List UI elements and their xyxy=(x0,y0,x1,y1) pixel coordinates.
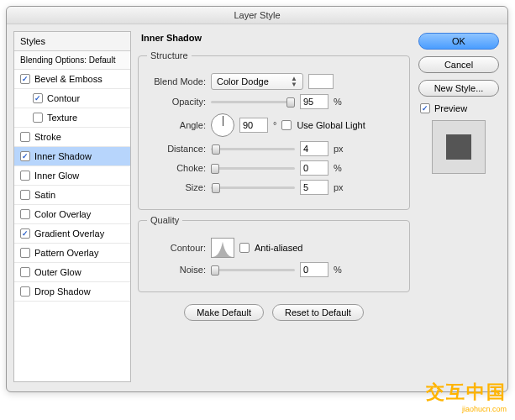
new-style-button[interactable]: New Style... xyxy=(418,80,499,97)
preview-label: Preview xyxy=(434,103,467,113)
style-checkbox[interactable] xyxy=(20,74,30,84)
choke-label: Choke: xyxy=(147,163,206,173)
settings-panel: Inner Shadow Structure Blend Mode: Color… xyxy=(138,31,410,382)
global-light-label: Use Global Light xyxy=(297,120,365,130)
noise-unit: % xyxy=(334,265,342,275)
style-item-contour[interactable]: Contour xyxy=(14,89,130,108)
preview-swatch xyxy=(446,134,471,160)
blending-options[interactable]: Blending Options: Default xyxy=(14,51,130,70)
distance-slider[interactable] xyxy=(211,143,295,155)
style-label: Contour xyxy=(47,93,80,103)
style-label: Gradient Overlay xyxy=(34,228,104,239)
style-checkbox[interactable] xyxy=(20,267,30,277)
window-title: Layer Style xyxy=(7,7,507,24)
style-item-stroke[interactable]: Stroke xyxy=(14,128,130,147)
global-light-checkbox[interactable] xyxy=(281,120,292,130)
angle-dial[interactable] xyxy=(211,113,234,137)
dialog-content: Styles Blending Options: Default Bevel &… xyxy=(7,24,507,389)
angle-unit: ° xyxy=(273,120,276,130)
style-label: Color Overlay xyxy=(34,209,91,219)
styles-list: Styles Blending Options: Default Bevel &… xyxy=(13,31,131,382)
opacity-label: Opacity: xyxy=(147,97,206,107)
style-label: Satin xyxy=(34,190,55,200)
style-checkbox[interactable] xyxy=(20,171,30,181)
style-item-pattern-overlay[interactable]: Pattern Overlay xyxy=(14,244,130,263)
style-label: Outer Glow xyxy=(34,267,81,277)
quality-group: Quality Contour: Anti-aliased Noise: % xyxy=(138,215,410,292)
style-item-drop-shadow[interactable]: Drop Shadow xyxy=(14,282,130,302)
style-checkbox[interactable] xyxy=(20,248,30,258)
distance-unit: px xyxy=(334,144,344,154)
style-item-satin[interactable]: Satin xyxy=(14,186,130,205)
contour-label: Contour: xyxy=(147,243,206,253)
style-item-bevel-emboss[interactable]: Bevel & Emboss xyxy=(14,70,130,89)
anti-aliased-label: Anti-aliased xyxy=(255,243,302,253)
preview-thumbnail xyxy=(432,120,486,174)
style-item-gradient-overlay[interactable]: Gradient Overlay xyxy=(14,224,130,244)
style-label: Pattern Overlay xyxy=(34,248,98,258)
watermark-text: 交互中国 xyxy=(426,380,507,405)
layer-style-dialog: Layer Style Styles Blending Options: Def… xyxy=(6,6,508,392)
style-checkbox[interactable] xyxy=(20,209,30,219)
style-checkbox[interactable] xyxy=(20,286,30,297)
reset-default-button[interactable]: Reset to Default xyxy=(272,304,364,321)
style-checkbox[interactable] xyxy=(33,93,43,103)
styles-header[interactable]: Styles xyxy=(14,32,130,51)
style-checkbox[interactable] xyxy=(20,228,30,239)
action-panel: OK Cancel New Style... Preview xyxy=(417,31,501,382)
blend-mode-label: Blend Mode: xyxy=(147,76,206,87)
preview-checkbox[interactable] xyxy=(420,103,430,113)
cancel-button[interactable]: Cancel xyxy=(418,56,499,73)
style-label: Inner Glow xyxy=(34,171,79,181)
angle-label: Angle: xyxy=(147,120,206,130)
style-label: Stroke xyxy=(34,132,61,142)
distance-input[interactable] xyxy=(300,141,328,156)
watermark-url: jiaohucn.com xyxy=(426,405,507,413)
style-checkbox[interactable] xyxy=(20,151,30,161)
structure-legend: Structure xyxy=(147,50,192,60)
noise-label: Noise: xyxy=(147,265,206,275)
style-checkbox[interactable] xyxy=(33,113,43,123)
ok-button[interactable]: OK xyxy=(418,33,499,50)
style-label: Texture xyxy=(47,113,77,123)
style-item-inner-glow[interactable]: Inner Glow xyxy=(14,166,130,186)
style-item-texture[interactable]: Texture xyxy=(14,108,130,128)
choke-slider[interactable] xyxy=(211,162,295,174)
structure-group: Structure Blend Mode: Color Dodge ▲▼ Opa… xyxy=(138,50,410,210)
style-item-color-overlay[interactable]: Color Overlay xyxy=(14,205,130,224)
blend-mode-value: Color Dodge xyxy=(217,76,269,87)
quality-legend: Quality xyxy=(147,215,182,225)
watermark: 交互中国 jiaohucn.com xyxy=(426,380,507,413)
size-input[interactable] xyxy=(300,180,328,195)
style-label: Bevel & Emboss xyxy=(34,74,102,84)
size-slider[interactable] xyxy=(211,181,295,193)
opacity-unit: % xyxy=(334,97,342,107)
size-unit: px xyxy=(334,182,344,192)
style-item-outer-glow[interactable]: Outer Glow xyxy=(14,263,130,282)
style-checkbox[interactable] xyxy=(20,190,30,200)
size-label: Size: xyxy=(147,182,206,192)
anti-aliased-checkbox[interactable] xyxy=(239,243,250,253)
style-label: Inner Shadow xyxy=(34,151,92,161)
distance-label: Distance: xyxy=(147,144,206,154)
style-checkbox[interactable] xyxy=(20,132,30,142)
choke-input[interactable] xyxy=(300,160,328,176)
blend-mode-select[interactable]: Color Dodge ▲▼ xyxy=(211,73,303,90)
panel-heading: Inner Shadow xyxy=(138,33,410,45)
noise-input[interactable] xyxy=(300,262,328,277)
color-swatch[interactable] xyxy=(308,74,334,89)
dropdown-arrows-icon: ▲▼ xyxy=(291,76,297,87)
opacity-input[interactable] xyxy=(300,94,328,109)
make-default-button[interactable]: Make Default xyxy=(184,304,264,321)
choke-unit: % xyxy=(334,163,342,173)
noise-slider[interactable] xyxy=(211,264,295,276)
contour-picker[interactable] xyxy=(211,238,234,258)
style-label: Drop Shadow xyxy=(34,286,91,297)
angle-input[interactable] xyxy=(239,118,268,133)
opacity-slider[interactable] xyxy=(211,96,295,108)
style-item-inner-shadow[interactable]: Inner Shadow xyxy=(14,147,130,166)
